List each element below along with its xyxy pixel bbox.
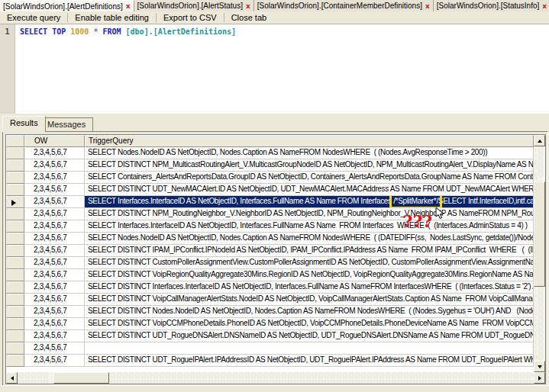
row-selector[interactable]: [6, 245, 24, 257]
export-to-csv-button[interactable]: Export to CSV: [157, 12, 224, 24]
row-selector[interactable]: [6, 208, 24, 220]
sql-query-text[interactable]: SELECT TOP 1000 * FROM [dbo].[AlertDefin…: [20, 27, 236, 36]
cell-dow[interactable]: 2,3,4,5,6,7: [24, 159, 85, 172]
table-row[interactable]: 2,3,4,5,6,7SELECT DISTINCT VoipRegionQua…: [6, 269, 534, 281]
cell-dow[interactable]: 2,3,4,5,6,7: [24, 220, 85, 233]
cell-dow[interactable]: 2,3,4,5,6,7: [24, 355, 85, 367]
cell-triggerquery[interactable]: SELECT Interfaces.InterfaceID AS NetObje…: [85, 220, 534, 233]
table-row[interactable]: 2,3,4,5,6,7SELECT Nodes.NodeID AS NetObj…: [6, 147, 534, 159]
column-header-dow[interactable]: OW: [24, 135, 85, 147]
row-selector[interactable]: [6, 172, 24, 184]
cell-dow[interactable]: 2,3,4,5,6,7: [24, 172, 85, 184]
cell-dow[interactable]: 2,3,4,5,6,7: [24, 318, 85, 330]
close-tab-icon[interactable]: x: [425, 2, 430, 10]
cell-dow[interactable]: 2,3,4,5,6,7: [24, 269, 85, 281]
cell-dow[interactable]: 2,3,4,5,6,7: [24, 147, 85, 159]
grid-scroll-area: OW TriggerQuery 2,3,4,5,6,7SELECT Nodes.…: [6, 135, 534, 372]
table-row[interactable]: 2,3,4,5,6,7SELECT DISTINCT NPM_Multicast…: [6, 159, 534, 172]
row-selector[interactable]: [6, 318, 24, 330]
cell-dow[interactable]: 2,3,4,5,6,7: [24, 257, 85, 269]
close-tab-icon[interactable]: x: [542, 2, 547, 10]
cell-triggerquery[interactable]: SELECT DISTINCT VoipCCMPhoneDetails.Phon…: [85, 318, 534, 330]
row-selector[interactable]: [6, 220, 24, 233]
row-selector[interactable]: [6, 147, 24, 159]
cell-triggerquery[interactable]: SELECT Nodes.NodeID AS NetObjectID, Node…: [85, 147, 534, 159]
cell-dow[interactable]: 2,3,4,5,6,7: [24, 306, 85, 318]
close-tab-button[interactable]: Close tab: [224, 12, 273, 24]
table-row[interactable]: 2,3,4,5,6,7SELECT DISTINCT IPAM_IPConfli…: [6, 245, 534, 257]
row-selector[interactable]: [6, 294, 24, 306]
row-selector[interactable]: [6, 184, 24, 196]
row-selector[interactable]: [6, 306, 24, 318]
cell-triggerquery[interactable]: SELECT DISTINCT NPM_RoutingNeighbor_V.Ne…: [85, 208, 534, 220]
table-row[interactable]: 2,3,4,5,6,7SELECT DISTINCT UDT_RogueIPAl…: [6, 355, 534, 367]
row-selector[interactable]: [6, 355, 24, 367]
cell-triggerquery[interactable]: SELECT DISTINCT VoipRegionQualityAggrega…: [85, 269, 534, 281]
row-selector[interactable]: [6, 342, 24, 355]
cell-triggerquery[interactable]: SELECT DISTINCT NPM_MulticastRoutingAler…: [85, 159, 534, 172]
cell-triggerquery[interactable]: [85, 342, 534, 355]
cell-triggerquery[interactable]: SELECT Containers_AlertsAndReportsData.G…: [85, 172, 534, 184]
tab-containermemberdefinitions[interactable]: [SolarWindsOrion].[ContainerMemberDefini…: [254, 0, 434, 11]
tab-alertstatus[interactable]: [SolarWindsOrion].[AlertStatus] x: [134, 0, 254, 11]
cell-dow[interactable]: 2,3,4,5,6,7: [24, 208, 85, 220]
table-row[interactable]: 2,3,4,5,6,7SELECT Containers_AlertsAndRe…: [6, 172, 534, 184]
execute-query-button[interactable]: Execute query: [0, 12, 67, 24]
cell-triggerquery[interactable]: SELECT DISTINCT UDT_RogueIPAlert.IPAddre…: [85, 355, 534, 367]
table-row[interactable]: 2,3,4,5,6,7SELECT DISTINCT Nodes.NodeID …: [6, 306, 534, 318]
scroll-left-icon[interactable]: [6, 372, 18, 384]
horizontal-scroll-thumb[interactable]: [53, 372, 109, 384]
table-row[interactable]: 2,3,4,5,6,7SELECT DISTINCT VoipCCMPhoneD…: [6, 318, 534, 330]
cell-triggerquery[interactable]: SELECT DISTINCT Nodes.NodeID AS NetObjec…: [85, 306, 534, 318]
row-selector[interactable]: [6, 330, 24, 342]
table-row[interactable]: 2,3,4,5,6,7SELECT DISTINCT NPM_RoutingNe…: [6, 208, 534, 220]
cell-triggerquery[interactable]: SELECT DISTINCT VoipCallManagerAlertStat…: [85, 294, 534, 306]
cell-triggerquery[interactable]: SELECT DISTINCT UDT_NewMACAlert.ID AS Ne…: [85, 184, 534, 196]
table-row[interactable]: 2,3,4,5,6,7SELECT DISTINCT UDT_RogueDNSA…: [6, 330, 534, 342]
cell-triggerquery[interactable]: SELECT Interfaces.InterfaceID AS NetObje…: [85, 196, 534, 208]
scroll-right-icon[interactable]: [534, 372, 545, 384]
scroll-up-icon[interactable]: [534, 135, 545, 146]
table-row[interactable]: 2,3,4,5,6,7SELECT DISTINCT UDT_NewMACAle…: [6, 184, 534, 196]
table-row[interactable]: 2,3,4,5,6,7SELECT Interfaces.InterfaceID…: [6, 220, 534, 233]
close-tab-icon[interactable]: x: [126, 2, 131, 10]
row-selector[interactable]: [6, 257, 24, 269]
row-selector[interactable]: [6, 269, 24, 281]
table-row[interactable]: 2,3,4,5,6,7SELECT DISTINCT Interfaces.In…: [6, 281, 534, 294]
cell-dow[interactable]: 2,3,4,5,6,7: [24, 281, 85, 294]
tab-alertdefinitions[interactable]: [SolarWindsOrion].[AlertDefinitions] x: [0, 0, 134, 11]
cell-dow[interactable]: 2,3,4,5,6,7: [24, 184, 85, 196]
column-header-triggerquery[interactable]: TriggerQuery: [85, 135, 534, 147]
grid-corner-cell[interactable]: [6, 135, 24, 147]
cell-dow[interactable]: 2,3,4,5,6,7: [24, 294, 85, 306]
scroll-down-icon[interactable]: [534, 361, 545, 372]
table-row[interactable]: 2,3,4,5,6,7SELECT Interfaces.InterfaceID…: [6, 196, 534, 208]
cell-triggerquery[interactable]: SELECT Nodes.NodeID AS NetObjectID, Node…: [85, 233, 534, 245]
enable-table-editing-button[interactable]: Enable table editing: [68, 12, 156, 24]
table-row[interactable]: 2,3,4,5,6,7: [6, 342, 534, 355]
tab-messages[interactable]: Messages: [40, 117, 93, 132]
horizontal-scrollbar[interactable]: [6, 372, 545, 384]
cell-dow[interactable]: 2,3,4,5,6,7: [24, 245, 85, 257]
row-selector[interactable]: [6, 233, 24, 245]
cell-triggerquery[interactable]: SELECT DISTINCT Interfaces.InterfaceID A…: [85, 281, 534, 294]
vertical-scroll-thumb[interactable]: [534, 182, 545, 287]
table-row[interactable]: 2,3,4,5,6,7SELECT DISTINCT CustomPollerA…: [6, 257, 534, 269]
cell-triggerquery[interactable]: SELECT DISTINCT UDT_RogueDNSAlert.DNSNam…: [85, 330, 534, 342]
vertical-scrollbar[interactable]: [534, 135, 545, 372]
row-selector[interactable]: [6, 196, 24, 208]
tab-statusinfo[interactable]: [SolarWindsOrion].[StatusInfo] x: [434, 0, 549, 11]
cell-dow[interactable]: 2,3,4,5,6,7: [24, 342, 85, 355]
cell-triggerquery[interactable]: SELECT DISTINCT IPAM_IPConflict.IPNodeId…: [85, 245, 534, 257]
cell-dow[interactable]: 2,3,4,5,6,7: [24, 330, 85, 342]
sql-editor[interactable]: 1 SELECT TOP 1000 * FROM [dbo].[AlertDef…: [0, 24, 549, 114]
row-selector[interactable]: [6, 159, 24, 172]
cell-triggerquery[interactable]: SELECT DISTINCT CustomPollerAssignmentVi…: [85, 257, 534, 269]
cell-dow[interactable]: 2,3,4,5,6,7: [24, 196, 85, 208]
tab-results[interactable]: Results: [2, 116, 46, 132]
close-tab-icon[interactable]: x: [246, 2, 250, 10]
table-row[interactable]: 2,3,4,5,6,7SELECT Nodes.NodeID AS NetObj…: [6, 233, 534, 245]
table-row[interactable]: 2,3,4,5,6,7SELECT DISTINCT VoipCallManag…: [6, 294, 534, 306]
row-selector[interactable]: [6, 281, 24, 294]
cell-dow[interactable]: 2,3,4,5,6,7: [24, 233, 85, 245]
